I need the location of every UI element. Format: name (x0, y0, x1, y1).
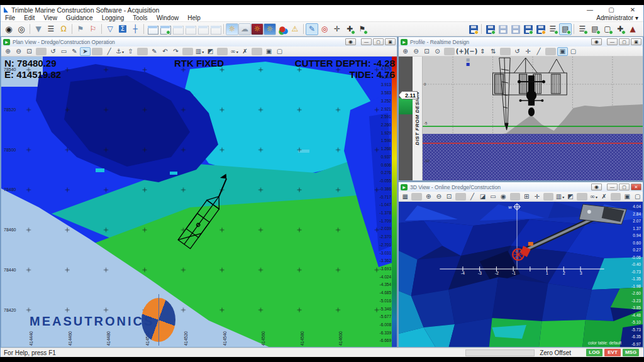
zoom-window-icon[interactable]: ⊡ (421, 47, 432, 56)
window-new-icon[interactable] (158, 23, 171, 35)
dredge-tool-icon[interactable]: ✎ (306, 23, 318, 35)
palette-icon[interactable]: ◩ (205, 47, 216, 56)
toolbar-button[interactable] (500, 48, 511, 55)
layers-icon[interactable]: ▢ (274, 47, 285, 56)
close-icon[interactable]: ✕ (622, 6, 643, 13)
template-add-icon[interactable]: ▤ (589, 23, 601, 35)
menu-item[interactable]: Help (183, 14, 205, 21)
add-marker-icon[interactable]: ⚑ (356, 23, 369, 35)
smoothing-menu-icon[interactable]: ∞ (229, 47, 240, 56)
monitor-icon[interactable]: ▣ (557, 47, 568, 56)
menu-item[interactable]: Edit (19, 14, 39, 21)
toolbar-button[interactable] (72, 24, 72, 34)
save-drg-icon[interactable] (509, 23, 521, 35)
status-badge[interactable]: EVT (604, 349, 621, 356)
expand-horizontal-icon[interactable]: (+) (456, 47, 467, 56)
save-import-icon[interactable] (521, 23, 534, 35)
pipeline-icon[interactable]: ┼ (129, 23, 142, 35)
eraser-icon[interactable]: ◪ (477, 192, 487, 201)
zoom-window-icon[interactable]: ⊡ (444, 192, 454, 201)
color-scale-icon[interactable]: ▥ (555, 192, 565, 201)
toolbar-button[interactable] (303, 24, 304, 34)
monitor-icon[interactable]: ▣ (622, 192, 632, 201)
sum-icon[interactable]: Σ (116, 23, 129, 35)
save-alert-icon[interactable] (534, 23, 547, 35)
window-4-icon[interactable] (209, 23, 221, 35)
toolbar-button[interactable] (455, 193, 465, 200)
view3d-panel-header[interactable]: ▶ 3D View - Online Dredge/Construction ◉… (399, 182, 643, 192)
toolbar-button[interactable] (444, 48, 455, 55)
video-record-icon[interactable]: ◎ (15, 23, 28, 35)
add-big-icon[interactable]: ✚ (614, 23, 626, 35)
select-area-icon[interactable]: ▭ (58, 47, 69, 56)
log-settings-icon[interactable]: ☰ (547, 23, 559, 35)
panel-restore-icon[interactable]: ▢ (619, 184, 630, 190)
menu-item[interactable]: Logging (97, 14, 129, 21)
pan-icon[interactable]: ✛ (531, 192, 541, 201)
smoothing-menu-icon[interactable]: ∞ (589, 192, 599, 201)
guidance-settings-icon[interactable]: ☰ (45, 23, 57, 35)
maximize-icon[interactable]: ▢ (601, 6, 622, 13)
delete-icon[interactable]: ✗ (599, 192, 609, 201)
record-icon[interactable]: ◉ (591, 38, 602, 45)
zoom-in-icon[interactable]: ⊕ (400, 47, 411, 56)
toolbar-button[interactable] (611, 193, 621, 200)
zoom-in-icon[interactable]: ⊕ (3, 47, 13, 56)
weather-day-icon[interactable]: ☼ (226, 23, 238, 35)
add-box-icon[interactable]: ⊞ (521, 192, 531, 201)
user-menu[interactable]: Administrator ▾ (591, 14, 643, 21)
minimize-icon[interactable]: — (579, 6, 601, 13)
panel-restore-icon[interactable]: ▢ (619, 38, 630, 45)
objects-3d-icon[interactable]: ● (276, 23, 289, 35)
window-3-icon[interactable] (196, 23, 209, 35)
weather-alert-icon[interactable]: ☼ (251, 23, 264, 35)
panel-minimize-icon[interactable]: — (607, 184, 618, 190)
panel-minimize-icon[interactable]: — (361, 38, 372, 45)
measure-icon[interactable]: ✎ (69, 47, 80, 56)
vessel-icon[interactable]: ▽ (104, 23, 116, 35)
toolbar-button[interactable] (574, 24, 574, 34)
toolbar-button[interactable] (577, 193, 587, 200)
window-layout-icon[interactable] (146, 23, 158, 35)
shrink-vertical-icon[interactable]: ⇅ (488, 47, 499, 56)
window-2-icon[interactable] (184, 23, 196, 35)
zero-offset-label[interactable]: Zero Offset (535, 349, 577, 356)
flag-red-icon[interactable]: ▲ (626, 23, 639, 35)
toolbar-button[interactable] (543, 193, 553, 200)
zoom-window-icon[interactable]: ⊡ (24, 47, 35, 56)
pointer-icon[interactable]: ➤ (80, 47, 91, 56)
panel-maximize-icon[interactable]: ▣ (631, 38, 641, 45)
funnel-icon[interactable]: ▼ (32, 23, 45, 35)
panel-restore-icon[interactable]: ▢ (373, 38, 384, 45)
document-add-icon[interactable]: ▢ (601, 23, 614, 35)
waypoint-pair-icon[interactable]: ⚑ (74, 23, 87, 35)
lifebuoy-icon[interactable]: ◎ (318, 23, 331, 35)
expand-vertical-icon[interactable]: ⇕ (477, 47, 488, 56)
layers-icon[interactable]: ▢ (632, 192, 642, 201)
panel-close-icon[interactable]: ✕ (631, 184, 641, 190)
menu-item[interactable]: Tools (128, 14, 152, 21)
add-point-icon[interactable]: ✚ (343, 23, 356, 35)
toolbar-button[interactable] (137, 48, 148, 55)
profile-panel-header[interactable]: ▶ Profile - Realtime Design ◉ — ▢ ▣ (399, 37, 643, 47)
zoom-out-icon[interactable]: ⊖ (433, 192, 443, 201)
layers-icon[interactable]: ▢ (568, 47, 579, 56)
profile-plot-area[interactable]: 0-5-10 (423, 57, 643, 180)
toolbar-button[interactable] (481, 24, 482, 34)
save-edit-icon[interactable] (467, 23, 479, 35)
panel-minimize-icon[interactable]: — (607, 38, 618, 45)
grid-icon[interactable]: ▦ (400, 192, 410, 201)
toolbar-button[interactable] (252, 48, 262, 55)
profile-plot[interactable]: 2.11 DIST FROM DESIGN (399, 57, 643, 180)
toolbar-button[interactable] (36, 48, 47, 55)
toolbar-button[interactable] (545, 48, 556, 55)
rotate-view-icon[interactable]: ↺ (512, 47, 523, 56)
toolbar-button[interactable] (411, 193, 421, 200)
view3d-scene[interactable]: W -4-3-2-1123 4.042.842.071.370.940.600.… (399, 202, 643, 347)
rotate-view-icon[interactable]: ↺ (48, 47, 58, 56)
color-scale-icon[interactable]: ▥ (194, 47, 205, 56)
zoom-in-icon[interactable]: ⊕ (423, 192, 433, 201)
log-list-icon[interactable]: ▤ (559, 23, 572, 35)
monitor-icon[interactable]: ▣ (264, 47, 274, 56)
weather-sun-icon[interactable]: ☼ (264, 23, 276, 35)
